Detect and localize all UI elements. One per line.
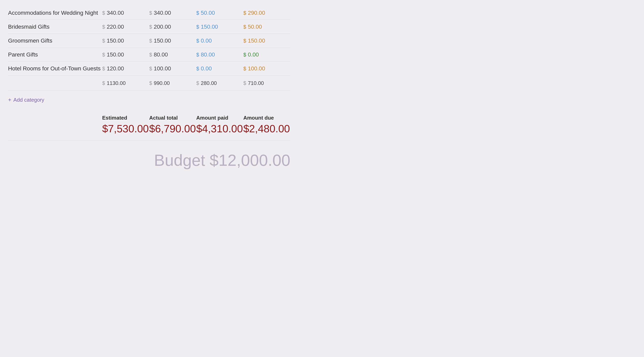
dollar-sign: $ (149, 66, 152, 72)
total-estimated: $ 1130.00 (102, 80, 149, 86)
dollar-sign: $ (102, 24, 105, 30)
estimated-cell: $ 220.00 (102, 24, 149, 30)
paid-cell: $ 150.00 (196, 24, 243, 30)
due-value: 290.00 (248, 10, 265, 16)
category-name: Groomsmen Gifts (8, 38, 102, 44)
total-actual: $ 990.00 (149, 80, 196, 86)
dollar-sign: $ (149, 24, 152, 30)
budget-table: Accommodations for Wedding Night $ 340.0… (8, 6, 290, 174)
actual-cell: $ 150.00 (149, 38, 196, 44)
dollar-sign: $ (149, 38, 152, 44)
dollar-sign: $ (102, 38, 105, 44)
paid-value: 150.00 (201, 24, 218, 30)
actual-value: 80.00 (154, 52, 168, 58)
estimated-cell: $ 150.00 (102, 52, 149, 58)
dollar-sign: $ (196, 24, 199, 30)
category-name: Hotel Rooms for Out-of-Town Guests (8, 65, 102, 72)
dollar-sign: $ (102, 52, 105, 58)
table-row: Groomsmen Gifts $ 150.00 $ 150.00 $ 0.00… (8, 34, 290, 48)
category-name: Bridesmaid Gifts (8, 24, 102, 30)
table-row: Hotel Rooms for Out-of-Town Guests $ 120… (8, 62, 290, 76)
due-value: 50.00 (248, 24, 262, 30)
dollar-sign: $ (243, 10, 246, 16)
budget-display: Budget $12,000.00 (8, 141, 290, 174)
estimated-cell: $ 150.00 (102, 38, 149, 44)
dollar-sign: $ (196, 66, 199, 72)
category-name: Accommodations for Wedding Night (8, 10, 102, 16)
add-category-label: Add category (13, 97, 44, 103)
plus-icon: + (8, 96, 11, 103)
summary-estimated: Estimated $7,530.00 (102, 115, 149, 135)
estimated-cell: $ 120.00 (102, 65, 149, 72)
summary-due: Amount due $2,480.00 (243, 115, 290, 135)
totals-row: $ 1130.00 $ 990.00 $ 280.00 $ 710.00 (8, 76, 290, 91)
budget-total-label: Budget $12,000.00 (154, 151, 290, 169)
due-cell: $ 50.00 (243, 24, 290, 30)
dollar-sign: $ (196, 10, 199, 16)
table-row: Bridesmaid Gifts $ 220.00 $ 200.00 $ 150… (8, 20, 290, 34)
dollar-sign: $ (196, 52, 199, 58)
dollar-sign: $ (196, 38, 199, 44)
dollar-sign: $ (243, 66, 246, 72)
due-value: 100.00 (248, 65, 265, 72)
total-paid: $ 280.00 (196, 80, 243, 86)
paid-cell: $ 50.00 (196, 10, 243, 16)
due-value: 150.00 (248, 38, 265, 44)
paid-value: 80.00 (201, 52, 215, 58)
dollar-sign: $ (243, 38, 246, 44)
add-category-row: + Add category (8, 91, 290, 109)
table-row: Parent Gifts $ 150.00 $ 80.00 $ 80.00 $ … (8, 48, 290, 62)
paid-value: 0.00 (201, 38, 212, 44)
actual-cell: $ 80.00 (149, 52, 196, 58)
summary-actual: Actual total $6,790.00 (149, 115, 196, 135)
paid-cell: $ 0.00 (196, 38, 243, 44)
summary-paid: Amount paid $4,310.00 (196, 115, 243, 135)
due-cell: $ 100.00 (243, 65, 290, 72)
actual-cell: $ 200.00 (149, 24, 196, 30)
due-value: 0.00 (248, 52, 259, 58)
actual-value: 150.00 (154, 38, 171, 44)
actual-value: 340.00 (154, 10, 171, 16)
paid-value: 50.00 (201, 10, 215, 16)
add-category-button[interactable]: + Add category (8, 96, 44, 103)
actual-cell: $ 340.00 (149, 10, 196, 16)
dollar-sign: $ (243, 52, 246, 58)
estimated-cell: $ 340.00 (102, 10, 149, 16)
dollar-sign: $ (149, 10, 152, 16)
dollar-sign: $ (149, 52, 152, 58)
total-due: $ 710.00 (243, 80, 290, 86)
summary-section: Estimated $7,530.00 Actual total $6,790.… (8, 109, 290, 139)
estimated-value: 150.00 (107, 52, 124, 58)
estimated-value: 150.00 (107, 38, 124, 44)
dollar-sign: $ (243, 24, 246, 30)
dollar-sign: $ (102, 10, 105, 16)
estimated-value: 220.00 (107, 24, 124, 30)
due-cell: $ 290.00 (243, 10, 290, 16)
paid-cell: $ 80.00 (196, 52, 243, 58)
estimated-value: 340.00 (107, 10, 124, 16)
paid-cell: $ 0.00 (196, 65, 243, 72)
paid-value: 0.00 (201, 65, 212, 72)
actual-value: 100.00 (154, 65, 171, 72)
due-cell: $ 0.00 (243, 52, 290, 58)
category-name: Parent Gifts (8, 52, 102, 58)
estimated-value: 120.00 (107, 65, 124, 72)
due-cell: $ 150.00 (243, 38, 290, 44)
actual-value: 200.00 (154, 24, 171, 30)
dollar-sign: $ (102, 66, 105, 72)
actual-cell: $ 100.00 (149, 65, 196, 72)
table-row: Accommodations for Wedding Night $ 340.0… (8, 6, 290, 20)
